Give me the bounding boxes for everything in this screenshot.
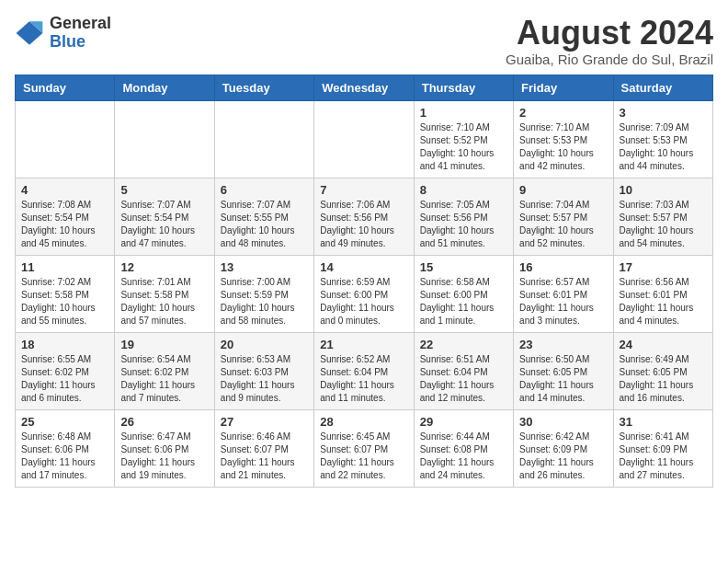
- logo-text: General Blue: [50, 15, 111, 52]
- day-info: Sunrise: 6:42 AM Sunset: 6:09 PM Dayligh…: [519, 431, 607, 482]
- calendar-cell: 28Sunrise: 6:45 AM Sunset: 6:07 PM Dayli…: [314, 409, 414, 487]
- calendar-week-row: 18Sunrise: 6:55 AM Sunset: 6:02 PM Dayli…: [16, 332, 713, 409]
- day-info: Sunrise: 6:52 AM Sunset: 6:04 PM Dayligh…: [320, 353, 407, 405]
- day-number: 9: [519, 183, 607, 197]
- calendar-cell: 14Sunrise: 6:59 AM Sunset: 6:00 PM Dayli…: [314, 255, 414, 332]
- day-info: Sunrise: 7:00 AM Sunset: 5:59 PM Dayligh…: [221, 276, 308, 327]
- calendar-cell: 19Sunrise: 6:54 AM Sunset: 6:02 PM Dayli…: [115, 332, 214, 409]
- calendar-cell: 18Sunrise: 6:55 AM Sunset: 6:02 PM Dayli…: [16, 332, 115, 409]
- day-number: 1: [420, 106, 507, 120]
- calendar-cell: 17Sunrise: 6:56 AM Sunset: 6:01 PM Dayli…: [613, 255, 712, 332]
- day-info: Sunrise: 7:07 AM Sunset: 5:55 PM Dayligh…: [221, 199, 308, 250]
- calendar-cell: 16Sunrise: 6:57 AM Sunset: 6:01 PM Dayli…: [514, 255, 613, 332]
- day-number: 29: [420, 415, 507, 429]
- day-info: Sunrise: 6:55 AM Sunset: 6:02 PM Dayligh…: [21, 353, 108, 405]
- calendar-cell: [214, 100, 313, 178]
- day-number: 20: [221, 338, 308, 351]
- calendar-cell: 12Sunrise: 7:01 AM Sunset: 5:58 PM Dayli…: [115, 255, 214, 332]
- subtitle: Guaiba, Rio Grande do Sul, Brazil: [506, 52, 713, 67]
- logo-icon: [15, 18, 44, 48]
- day-info: Sunrise: 7:01 AM Sunset: 5:58 PM Dayligh…: [120, 276, 208, 327]
- calendar-cell: 23Sunrise: 6:50 AM Sunset: 6:05 PM Dayli…: [514, 332, 613, 409]
- calendar-cell: 20Sunrise: 6:53 AM Sunset: 6:03 PM Dayli…: [214, 332, 313, 409]
- calendar-cell: 13Sunrise: 7:00 AM Sunset: 5:59 PM Dayli…: [214, 255, 313, 332]
- calendar-day-header: Thursday: [414, 75, 513, 100]
- day-info: Sunrise: 6:47 AM Sunset: 6:06 PM Dayligh…: [120, 431, 208, 482]
- day-number: 4: [21, 183, 108, 197]
- day-info: Sunrise: 7:10 AM Sunset: 5:52 PM Dayligh…: [420, 121, 507, 173]
- day-info: Sunrise: 7:07 AM Sunset: 5:54 PM Dayligh…: [120, 199, 208, 250]
- calendar-week-row: 25Sunrise: 6:48 AM Sunset: 6:06 PM Dayli…: [16, 409, 713, 487]
- title-block: August 2024 Guaiba, Rio Grande do Sul, B…: [506, 15, 713, 67]
- day-info: Sunrise: 7:05 AM Sunset: 5:56 PM Dayligh…: [420, 199, 507, 250]
- calendar-header-row: SundayMondayTuesdayWednesdayThursdayFrid…: [16, 75, 713, 100]
- day-number: 18: [21, 338, 108, 351]
- day-info: Sunrise: 7:04 AM Sunset: 5:57 PM Dayligh…: [519, 199, 607, 250]
- day-number: 5: [120, 183, 208, 197]
- calendar-cell: 22Sunrise: 6:51 AM Sunset: 6:04 PM Dayli…: [414, 332, 513, 409]
- calendar-cell: 4Sunrise: 7:08 AM Sunset: 5:54 PM Daylig…: [16, 178, 115, 255]
- calendar-cell: 10Sunrise: 7:03 AM Sunset: 5:57 PM Dayli…: [613, 178, 712, 255]
- calendar-cell: [16, 100, 115, 178]
- day-info: Sunrise: 6:56 AM Sunset: 6:01 PM Dayligh…: [620, 276, 707, 327]
- calendar-day-header: Friday: [514, 75, 613, 100]
- calendar-cell: 5Sunrise: 7:07 AM Sunset: 5:54 PM Daylig…: [115, 178, 214, 255]
- day-info: Sunrise: 6:44 AM Sunset: 6:08 PM Dayligh…: [420, 431, 507, 482]
- day-info: Sunrise: 6:57 AM Sunset: 6:01 PM Dayligh…: [519, 276, 607, 327]
- day-number: 2: [519, 106, 607, 120]
- calendar-cell: 25Sunrise: 6:48 AM Sunset: 6:06 PM Dayli…: [16, 409, 115, 487]
- calendar-cell: 24Sunrise: 6:49 AM Sunset: 6:05 PM Dayli…: [613, 332, 712, 409]
- calendar-cell: 7Sunrise: 7:06 AM Sunset: 5:56 PM Daylig…: [314, 178, 414, 255]
- day-number: 30: [519, 415, 607, 429]
- day-number: 28: [320, 415, 407, 429]
- day-number: 24: [620, 338, 707, 351]
- calendar-cell: [115, 100, 214, 178]
- calendar-day-header: Monday: [115, 75, 214, 100]
- day-number: 19: [120, 338, 208, 351]
- day-number: 3: [620, 106, 707, 120]
- day-number: 14: [320, 260, 407, 274]
- calendar-day-header: Sunday: [16, 75, 115, 100]
- page-header: General Blue August 2024 Guaiba, Rio Gra…: [15, 15, 713, 67]
- calendar-cell: 6Sunrise: 7:07 AM Sunset: 5:55 PM Daylig…: [214, 178, 313, 255]
- day-number: 21: [320, 338, 407, 351]
- calendar-day-header: Wednesday: [314, 75, 414, 100]
- day-info: Sunrise: 6:50 AM Sunset: 6:05 PM Dayligh…: [519, 353, 607, 405]
- calendar-cell: 2Sunrise: 7:10 AM Sunset: 5:53 PM Daylig…: [514, 100, 613, 178]
- main-title: August 2024: [506, 15, 713, 52]
- logo-general: General: [50, 15, 111, 33]
- calendar-week-row: 11Sunrise: 7:02 AM Sunset: 5:58 PM Dayli…: [16, 255, 713, 332]
- day-info: Sunrise: 6:54 AM Sunset: 6:02 PM Dayligh…: [120, 353, 208, 405]
- day-info: Sunrise: 6:46 AM Sunset: 6:07 PM Dayligh…: [221, 431, 308, 482]
- calendar-day-header: Saturday: [613, 75, 712, 100]
- day-info: Sunrise: 6:41 AM Sunset: 6:09 PM Dayligh…: [620, 431, 707, 482]
- day-info: Sunrise: 6:49 AM Sunset: 6:05 PM Dayligh…: [620, 353, 707, 405]
- day-number: 27: [221, 415, 308, 429]
- day-info: Sunrise: 6:53 AM Sunset: 6:03 PM Dayligh…: [221, 353, 308, 405]
- day-number: 31: [620, 415, 707, 429]
- day-info: Sunrise: 7:06 AM Sunset: 5:56 PM Dayligh…: [320, 199, 407, 250]
- calendar-cell: 3Sunrise: 7:09 AM Sunset: 5:53 PM Daylig…: [613, 100, 712, 178]
- calendar-week-row: 1Sunrise: 7:10 AM Sunset: 5:52 PM Daylig…: [16, 100, 713, 178]
- calendar-cell: 26Sunrise: 6:47 AM Sunset: 6:06 PM Dayli…: [115, 409, 214, 487]
- logo-blue: Blue: [50, 33, 111, 52]
- day-number: 13: [221, 260, 308, 274]
- calendar-cell: 21Sunrise: 6:52 AM Sunset: 6:04 PM Dayli…: [314, 332, 414, 409]
- calendar-cell: 30Sunrise: 6:42 AM Sunset: 6:09 PM Dayli…: [514, 409, 613, 487]
- day-number: 8: [420, 183, 507, 197]
- day-number: 11: [21, 260, 108, 274]
- day-info: Sunrise: 6:58 AM Sunset: 6:00 PM Dayligh…: [420, 276, 507, 327]
- day-number: 16: [519, 260, 607, 274]
- day-number: 22: [420, 338, 507, 351]
- day-info: Sunrise: 7:02 AM Sunset: 5:58 PM Dayligh…: [21, 276, 108, 327]
- day-info: Sunrise: 7:09 AM Sunset: 5:53 PM Dayligh…: [620, 121, 707, 173]
- calendar-cell: 29Sunrise: 6:44 AM Sunset: 6:08 PM Dayli…: [414, 409, 513, 487]
- calendar-table: SundayMondayTuesdayWednesdayThursdayFrid…: [15, 75, 713, 488]
- calendar-cell: 1Sunrise: 7:10 AM Sunset: 5:52 PM Daylig…: [414, 100, 513, 178]
- day-number: 7: [320, 183, 407, 197]
- calendar-cell: 8Sunrise: 7:05 AM Sunset: 5:56 PM Daylig…: [414, 178, 513, 255]
- day-number: 17: [620, 260, 707, 274]
- day-info: Sunrise: 6:45 AM Sunset: 6:07 PM Dayligh…: [320, 431, 407, 482]
- calendar-day-header: Tuesday: [214, 75, 313, 100]
- day-info: Sunrise: 7:03 AM Sunset: 5:57 PM Dayligh…: [620, 199, 707, 250]
